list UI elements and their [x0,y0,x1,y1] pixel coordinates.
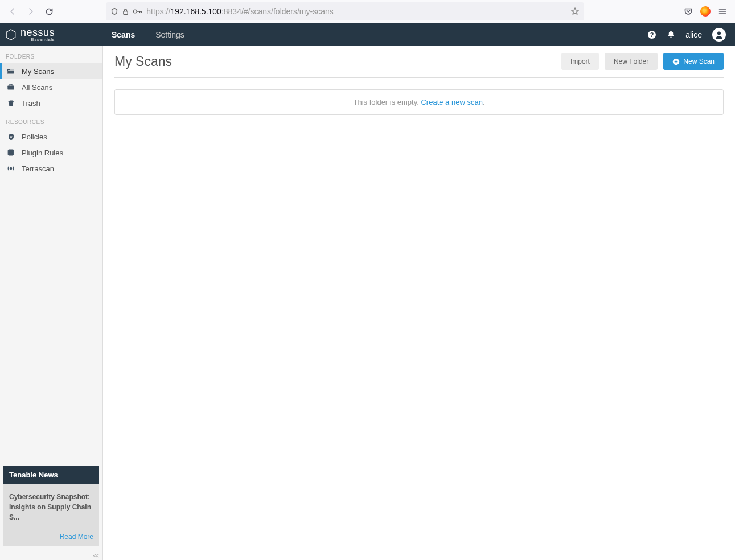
svg-point-4 [717,31,721,35]
new-scan-button[interactable]: New Scan [663,53,724,70]
logo-name: nessus [20,27,55,38]
username[interactable]: alice [685,30,702,39]
main-nav: Scans Settings [101,23,195,46]
plugin-icon [7,149,15,157]
news-title[interactable]: Cybersecurity Snapshot: Insights on Supp… [9,492,93,522]
star-icon[interactable] [570,7,580,16]
trash-icon [7,100,15,107]
radar-icon [7,164,15,172]
logo[interactable]: nessus Essentials [5,27,101,42]
briefcase-icon [7,83,15,91]
sidebar-collapse[interactable]: << [0,550,102,560]
sidebar-section-folders: FOLDERS [0,46,102,63]
svg-text:?: ? [650,31,654,38]
sidebar-item-label: Trash [22,99,40,108]
plus-circle-icon [672,58,680,65]
lock-icon [122,8,129,15]
sidebar-item-label: All Scans [22,83,52,92]
nav-settings[interactable]: Settings [145,23,195,46]
news-header: Tenable News [3,466,99,484]
sidebar-item-plugin-rules[interactable]: Plugin Rules [0,145,102,160]
browser-chrome: https://192.168.5.100:8834/#/scans/folde… [0,0,735,23]
url-bar[interactable]: https://192.168.5.100:8834/#/scans/folde… [106,2,584,20]
svg-point-7 [10,151,12,154]
svg-rect-5 [7,85,14,89]
app-header: nessus Essentials Scans Settings ? alice [0,23,735,46]
firefox-icon[interactable] [697,3,713,19]
sidebar-item-label: Policies [22,133,47,141]
news-card: Tenable News Cybersecurity Snapshot: Ins… [3,466,99,546]
sidebar: FOLDERS My Scans All Scans Trash RESOURC… [0,46,103,560]
logo-icon [5,28,17,41]
main-content: My Scans Import New Folder New Scan This… [103,46,735,560]
folder-open-icon [7,67,15,75]
sidebar-section-resources: RESOURCES [0,111,102,129]
sidebar-item-all-scans[interactable]: All Scans [0,79,102,95]
bell-icon[interactable] [667,30,675,39]
new-folder-button[interactable]: New Folder [605,53,658,70]
avatar[interactable] [712,28,726,42]
help-icon[interactable]: ? [647,30,656,39]
nav-scans[interactable]: Scans [101,23,145,46]
key-icon [133,6,143,17]
new-scan-label: New Scan [683,57,715,65]
sidebar-item-my-scans[interactable]: My Scans [0,63,102,79]
import-button[interactable]: Import [561,53,599,70]
svg-point-8 [10,167,12,170]
sidebar-item-label: Terrascan [22,164,54,173]
page-title: My Scans [114,54,172,69]
sidebar-item-policies[interactable]: Policies [0,129,102,145]
shield-icon [7,133,15,141]
svg-rect-0 [124,11,128,14]
sidebar-item-terrascan[interactable]: Terrascan [0,160,102,176]
news-read-more[interactable]: Read More [9,533,93,541]
empty-folder-message: This folder is empty. Create a new scan. [114,89,724,115]
create-scan-link[interactable]: Create a new scan [421,98,482,106]
page-header: My Scans Import New Folder New Scan [114,46,724,78]
sidebar-item-label: My Scans [22,67,54,76]
sidebar-item-trash[interactable]: Trash [0,95,102,111]
url-text: https://192.168.5.100:8834/#/scans/folde… [146,7,567,16]
browser-back-button[interactable] [5,3,20,19]
svg-point-1 [134,10,137,13]
browser-forward-button[interactable] [23,3,39,19]
pocket-icon[interactable] [680,3,696,19]
hamburger-icon[interactable] [715,3,730,19]
shield-icon [110,7,118,15]
sidebar-item-label: Plugin Rules [22,149,63,157]
logo-subtitle: Essentials [20,38,55,42]
browser-refresh-button[interactable] [41,3,57,19]
